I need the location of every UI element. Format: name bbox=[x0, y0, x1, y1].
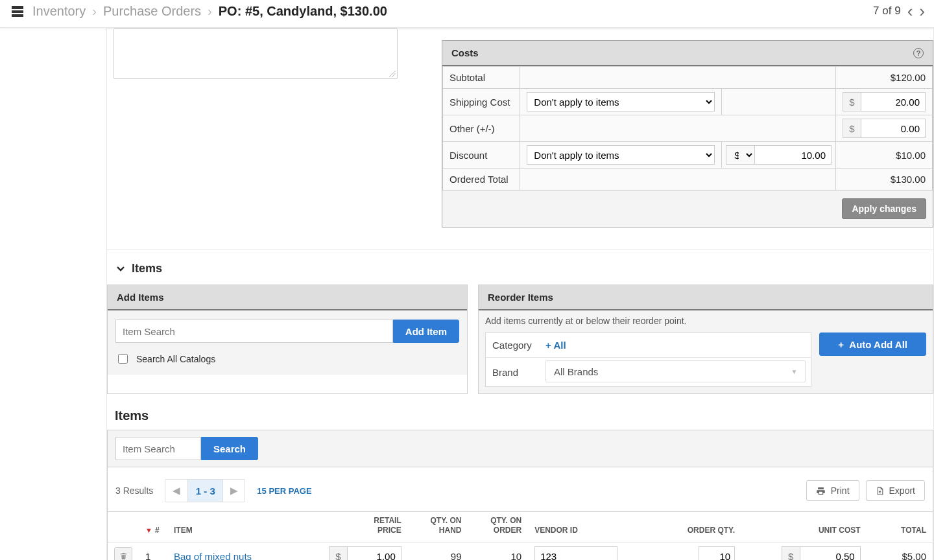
chevron-right-icon: › bbox=[208, 4, 212, 19]
col-vendor-id[interactable]: VENDOR ID bbox=[528, 512, 659, 542]
other-label: Other (+/-) bbox=[443, 115, 520, 142]
search-all-catalogs-row[interactable]: Search All Catalogs bbox=[115, 352, 459, 366]
export-button[interactable]: Export bbox=[866, 480, 925, 501]
breadcrumb-current: PO: #5, Candyland, $130.00 bbox=[219, 4, 387, 19]
page-next-button[interactable]: ▶ bbox=[222, 480, 245, 502]
export-icon bbox=[876, 486, 884, 496]
brand-label: Brand bbox=[486, 360, 545, 384]
breadcrumb-purchase-orders[interactable]: Purchase Orders bbox=[103, 4, 201, 19]
discount-unit-select[interactable]: $ bbox=[726, 145, 754, 165]
pager-next-button[interactable]: › bbox=[919, 3, 925, 19]
brand-select-value: All Brands bbox=[554, 366, 598, 377]
items-toolbar: Search bbox=[107, 430, 933, 467]
costs-title: Costs bbox=[451, 47, 479, 58]
add-items-panel: Add Items Add Item Search All Catalogs bbox=[107, 285, 468, 394]
qty-on-hand: 99 bbox=[408, 542, 468, 561]
items-list-title: Items bbox=[107, 394, 933, 430]
add-item-button[interactable]: Add Item bbox=[393, 320, 459, 343]
shipping-cost-input[interactable] bbox=[861, 92, 926, 111]
top-bar: Inventory › Purchase Orders › PO: #5, Ca… bbox=[0, 0, 934, 28]
items-pager-row: 3 Results ◀ 1 - 3 ▶ 15 PER PAGE Print Ex… bbox=[107, 467, 933, 511]
search-all-catalogs-checkbox[interactable] bbox=[118, 354, 128, 364]
chevron-down-icon bbox=[116, 264, 125, 274]
subtotal-amount: $120.00 bbox=[835, 67, 932, 89]
sort-desc-icon[interactable]: ▼ bbox=[145, 526, 152, 534]
items-section-toggle[interactable]: Items bbox=[107, 250, 933, 285]
retail-price-input[interactable] bbox=[347, 546, 401, 560]
pager-prev-button[interactable]: ‹ bbox=[907, 3, 913, 19]
search-all-catalogs-label: Search All Catalogs bbox=[136, 354, 215, 364]
add-items-title: Add Items bbox=[108, 285, 467, 310]
col-total[interactable]: TOTAL bbox=[867, 512, 933, 542]
ordered-total-amount: $130.00 bbox=[835, 169, 932, 191]
app-icon bbox=[12, 6, 23, 17]
add-item-search-input[interactable] bbox=[115, 320, 393, 343]
per-page-select[interactable]: 15 PER PAGE bbox=[257, 486, 311, 496]
reorder-items-title: Reorder Items bbox=[479, 285, 933, 310]
col-qty-on-hand[interactable]: QTY. ONHAND bbox=[408, 512, 468, 542]
order-qty-input[interactable] bbox=[699, 546, 735, 560]
col-qty-on-order[interactable]: QTY. ONORDER bbox=[468, 512, 528, 542]
delete-row-button[interactable] bbox=[114, 547, 132, 560]
table-row: 1Bag of mixed nuts$9910$$5.00 bbox=[108, 542, 933, 561]
print-button[interactable]: Print bbox=[806, 480, 859, 501]
items-search-button[interactable]: Search bbox=[201, 437, 258, 460]
reorder-items-panel: Reorder Items Add items currently at or … bbox=[478, 285, 933, 394]
col-order-qty[interactable]: ORDER QTY. bbox=[659, 512, 741, 542]
breadcrumb: Inventory › Purchase Orders › PO: #5, Ca… bbox=[12, 4, 387, 19]
print-icon bbox=[816, 486, 826, 496]
brand-select[interactable]: All Brands ▼ bbox=[545, 360, 806, 382]
discount-value-input[interactable] bbox=[754, 145, 832, 165]
apply-changes-button[interactable]: Apply changes bbox=[842, 198, 926, 219]
auto-add-all-button[interactable]: + Auto Add All bbox=[819, 332, 926, 356]
items-section-title: Items bbox=[132, 262, 162, 275]
unit-cost-input[interactable] bbox=[800, 546, 861, 560]
category-picker[interactable]: + All bbox=[545, 340, 566, 351]
col-item[interactable]: ITEM bbox=[167, 512, 291, 542]
currency-icon: $ bbox=[329, 546, 347, 560]
plus-icon: + bbox=[545, 340, 551, 351]
qty-on-order: 10 bbox=[468, 542, 528, 561]
pager-position: 7 of 9 bbox=[873, 5, 901, 18]
discount-apply-select[interactable]: Don't apply to items bbox=[527, 145, 715, 165]
breadcrumb-root[interactable]: Inventory bbox=[32, 4, 86, 19]
other-cost-input[interactable] bbox=[861, 119, 926, 138]
items-search-input[interactable] bbox=[115, 437, 201, 460]
costs-panel: Costs ? Subtotal $120.00 Shipping Cost D… bbox=[442, 40, 933, 228]
currency-icon: $ bbox=[843, 119, 861, 138]
page-prev-button[interactable]: ◀ bbox=[165, 480, 187, 502]
col-retail-price[interactable]: RETAILPRICE bbox=[291, 512, 408, 542]
results-count: 3 Results bbox=[115, 485, 153, 496]
col-unit-cost[interactable]: UNIT COST bbox=[741, 512, 867, 542]
reorder-description: Add items currently at or below their re… bbox=[485, 316, 926, 326]
record-pager: 7 of 9 ‹ › bbox=[873, 3, 925, 19]
shipping-label: Shipping Cost bbox=[443, 89, 520, 115]
currency-icon: $ bbox=[843, 92, 861, 111]
row-total: $5.00 bbox=[867, 542, 933, 561]
category-label: Category bbox=[486, 333, 545, 357]
caret-down-icon: ▼ bbox=[791, 368, 797, 375]
row-number: 1 bbox=[139, 542, 167, 561]
vendor-id-input[interactable] bbox=[534, 546, 617, 560]
discount-amount: $10.00 bbox=[835, 142, 932, 169]
plus-icon: + bbox=[838, 339, 844, 350]
discount-label: Discount bbox=[443, 142, 520, 169]
help-icon[interactable]: ? bbox=[913, 48, 924, 58]
subtotal-label: Subtotal bbox=[443, 67, 520, 89]
notes-textarea[interactable] bbox=[114, 29, 398, 79]
shipping-apply-select[interactable]: Don't apply to items bbox=[527, 92, 715, 111]
page-range[interactable]: 1 - 3 bbox=[187, 480, 222, 502]
currency-icon: $ bbox=[782, 546, 800, 560]
items-table: ▼# ITEM RETAILPRICE QTY. ONHAND QTY. ONO… bbox=[107, 511, 933, 560]
chevron-right-icon: › bbox=[92, 4, 97, 19]
ordered-total-label: Ordered Total bbox=[443, 169, 520, 191]
item-link[interactable]: Bag of mixed nuts bbox=[174, 551, 252, 561]
items-page-control: ◀ 1 - 3 ▶ bbox=[165, 479, 245, 502]
